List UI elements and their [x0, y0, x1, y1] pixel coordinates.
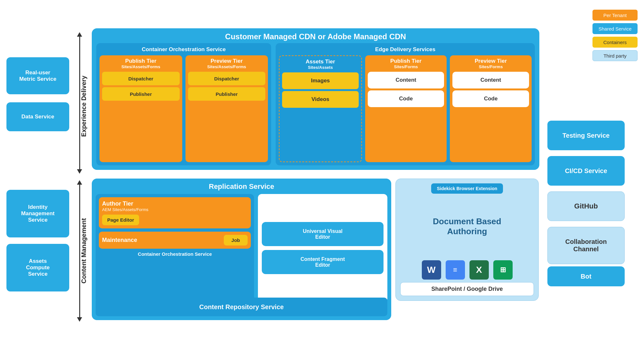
cos-bottom-label: Container Orchestration Service [99, 251, 251, 257]
github: GitHub [547, 191, 625, 221]
assets-tier: Assets Tier Sites/Assets Images Videos [279, 55, 362, 162]
maintenance-row: Maintenance Job [99, 232, 251, 249]
assets-compute-service: Assets Compute Service [6, 244, 69, 291]
job-box: Job [224, 235, 248, 245]
experience-delivery-label: Experience Delivery [79, 42, 89, 171]
word-icon: W [422, 260, 441, 280]
replication-service-outer: Replication Service Author Tier AEM Site… [92, 179, 391, 320]
cos-label: Container Orchestration Service [99, 46, 268, 53]
replication-label: Replication Service [96, 182, 387, 191]
document-based-authoring-box: Sidekick Browser Extension Document Base… [395, 179, 539, 301]
author-tier: Author Tier AEM Sites/Assets/Forms Page … [99, 197, 251, 228]
content-box-2: Content [452, 72, 529, 88]
content-box: Content [368, 72, 444, 88]
edge-delivery-services: Edge Delivery Services Assets Tier Sites… [276, 43, 535, 165]
real-user-metric-service: Real-user Metric Service [6, 57, 69, 94]
universal-visual-editor: Universal Visual Editor [262, 222, 384, 246]
content-fragment-editor: Content Fragment Editor [262, 250, 384, 274]
preview-tier-2: Preview Tier Sites/Forms Content Code [450, 55, 532, 162]
cdn-label: Customer Managed CDN or Adobe Managed CD… [92, 28, 539, 43]
cicd-service: CI/CD Service [547, 156, 625, 186]
code-box-2: Code [452, 90, 529, 107]
page-editor: Page Editor [102, 215, 139, 225]
legend-shared-service: Shared Service [592, 23, 638, 34]
sheets-icon: ⊞ [493, 260, 513, 280]
top-inner-area: Container Orchestration Service Publish … [96, 43, 535, 165]
legend: Per Tenant Shared Service Containers Thi… [592, 10, 638, 61]
eds-label: Edge Delivery Services [279, 46, 532, 53]
container-orchestration-service-top: Container Orchestration Service Publish … [96, 43, 271, 165]
legend-per-tenant: Per Tenant [592, 10, 638, 21]
container-orchestration-service-bottom: Author Tier AEM Sites/Assets/Forms Page … [96, 194, 254, 302]
publisher-1: Publisher [102, 87, 180, 101]
testing-service: Testing Service [547, 121, 625, 150]
sharepoint-google-drive: SharePoint / Google Drive [400, 282, 534, 296]
cdn-outer-box: Customer Managed CDN or Adobe Managed CD… [92, 28, 539, 170]
sidekick-browser-extension: Sidekick Browser Extension [431, 183, 503, 194]
images-box: Images [282, 72, 359, 89]
excel-icon: X [469, 260, 489, 280]
identity-management-service: Identity Management Service [6, 190, 69, 237]
content-repository-service: Content Repository Service [96, 298, 387, 316]
content-management-label: Content Management [79, 187, 89, 315]
diagram-container: Per Tenant Shared Service Containers Thi… [0, 0, 644, 360]
app-icons-row: W ≡ X ⊞ [422, 260, 513, 280]
legend-third-party: Third party [592, 50, 638, 61]
dispatcher-1: Dispatcher [102, 72, 180, 85]
code-box: Code [368, 90, 444, 107]
preview-tier-1: Preview Tier Sites/Assets/Forms Dispatch… [185, 55, 268, 162]
bot: Bot [547, 266, 625, 286]
collaboration-channel: Collaboration Channel [547, 227, 625, 264]
publisher-2: Publisher [188, 87, 266, 101]
publish-tier-1: Publish Tier Sites/Assets/Forms Dispatch… [99, 55, 182, 162]
legend-containers: Containers [592, 37, 638, 48]
publish-tier-2: Publish Tier Sites/Forms Content Code [365, 55, 447, 162]
editors-box: Universal Visual Editor Content Fragment… [258, 194, 387, 302]
data-service: Data Service [6, 102, 69, 131]
document-based-authoring-label: Document Based Authoring [433, 198, 501, 255]
dispatcher-2: Dispatcher [188, 72, 266, 85]
docs-icon: ≡ [446, 260, 465, 280]
videos-box: Videos [282, 91, 359, 108]
